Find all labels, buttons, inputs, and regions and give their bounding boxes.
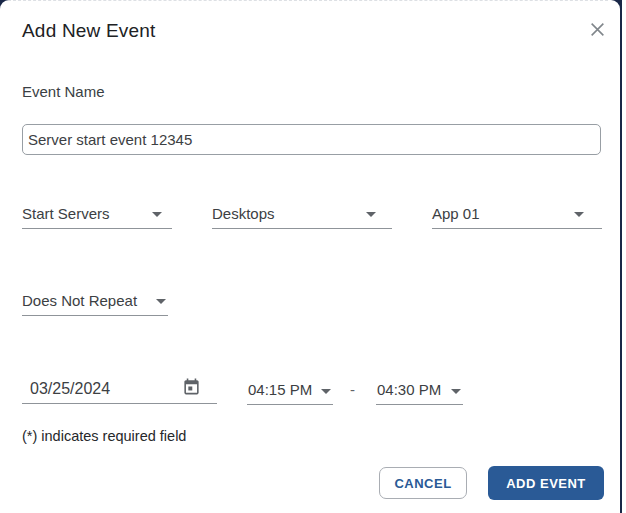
add-new-event-dialog: Add New Event Event Name Start Servers D… bbox=[0, 0, 620, 513]
end-time-dropdown[interactable]: 04:30 PM bbox=[376, 378, 463, 405]
screen: Add New Event Event Name Start Servers D… bbox=[0, 0, 626, 513]
close-button[interactable] bbox=[586, 18, 608, 40]
repeat-value: Does Not Repeat bbox=[22, 292, 137, 309]
event-name-input[interactable] bbox=[22, 124, 601, 155]
start-time-dropdown[interactable]: 04:15 PM bbox=[247, 378, 333, 405]
resource-type-dropdown[interactable]: Desktops bbox=[212, 204, 392, 229]
event-type-value: Start Servers bbox=[22, 205, 110, 222]
repeat-dropdown[interactable]: Does Not Repeat bbox=[22, 291, 168, 316]
calendar-icon[interactable] bbox=[182, 376, 201, 397]
dialog-title: Add New Event bbox=[22, 20, 156, 42]
chevron-down-icon bbox=[574, 212, 584, 217]
resource-dropdown[interactable]: App 01 bbox=[432, 204, 602, 229]
chevron-down-icon bbox=[366, 212, 376, 217]
date-input[interactable]: 03/25/2024 bbox=[22, 372, 217, 404]
end-time-value: 04:30 PM bbox=[377, 381, 441, 398]
chevron-down-icon bbox=[152, 212, 162, 217]
chevron-down-icon bbox=[451, 389, 461, 394]
required-field-note: (*) indicates required field bbox=[22, 428, 186, 444]
time-range-separator: - bbox=[350, 381, 355, 398]
cancel-button[interactable]: CANCEL bbox=[379, 467, 467, 499]
chevron-down-icon bbox=[321, 389, 331, 394]
add-event-button[interactable]: ADD EVENT bbox=[488, 466, 604, 500]
date-value: 03/25/2024 bbox=[30, 380, 110, 398]
chevron-down-icon bbox=[156, 299, 166, 304]
start-time-value: 04:15 PM bbox=[248, 381, 312, 398]
resource-value: App 01 bbox=[432, 205, 480, 222]
resource-type-value: Desktops bbox=[212, 205, 275, 222]
event-name-label: Event Name bbox=[22, 83, 105, 100]
close-icon bbox=[589, 21, 606, 38]
top-dotted-divider bbox=[8, 0, 608, 1]
event-type-dropdown[interactable]: Start Servers bbox=[22, 204, 172, 229]
